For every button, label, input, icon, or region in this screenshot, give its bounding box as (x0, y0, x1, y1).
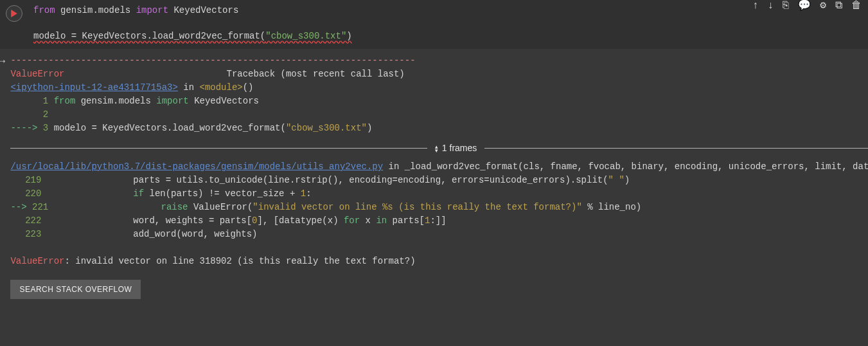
src1-mid: gensim.models (75, 96, 156, 106)
delete-icon[interactable]: 🗑 (851, 1, 862, 11)
keyword-import: import (136, 5, 168, 15)
copy-link-icon[interactable]: ⎘ (783, 1, 789, 11)
kw-from: from (54, 96, 76, 106)
code-line-2-rhs: ) (346, 31, 351, 41)
src3-str: "cbow_s300.txt" (286, 123, 367, 133)
src1-rest: KeyedVectors (189, 96, 259, 106)
kw-in: in (376, 215, 387, 226)
l221-str: "invalid vector on line %s (is this real… (252, 202, 581, 212)
func-prefix: in _load_word2vec_format (383, 161, 518, 172)
source-file-link[interactable]: /usr/local/lib/python3.7/dist-packages/g… (10, 161, 383, 172)
l220-b: len(parts) != vector_size + (144, 188, 301, 199)
error-name: ValueError (10, 69, 64, 79)
dash-separator: ----------------------------------------… (10, 55, 415, 66)
l222-e: :]] (430, 215, 446, 226)
updown-icon: ▴▾ (435, 145, 438, 152)
l222-c: x (360, 215, 376, 226)
divider-line-left (10, 148, 427, 149)
src-line-1-num: 1 (43, 95, 48, 108)
kw-for: for (344, 215, 360, 226)
final-error-msg: : invalid vector on line 318902 (is this… (64, 256, 415, 266)
code-cell: from gensim.models import KeyedVectors m… (0, 0, 868, 49)
l222-b: ], [datatype(x) (258, 215, 344, 226)
final-error-name: ValueError (10, 256, 64, 266)
move-down-icon[interactable]: ↓ (768, 1, 774, 11)
kw-if: if (133, 188, 144, 199)
cell-toolbar: ↑ ↓ ⎘ 💬 ⚙ ⧉ 🗑 (752, 0, 862, 12)
frames-label-text: 1 frames (442, 141, 477, 155)
move-up-icon[interactable]: ↑ (752, 1, 759, 11)
in-label: in (178, 82, 200, 93)
comment-icon[interactable]: 💬 (798, 1, 811, 11)
output-gutter: ⇢ (0, 54, 5, 299)
divider-line-right (484, 148, 868, 149)
l219-a: parts = utils.to_unicode(line.rstrip(), … (47, 175, 608, 185)
after-module: () (243, 82, 254, 93)
l220-a (47, 188, 133, 199)
mirror-icon[interactable]: ⧉ (835, 1, 842, 11)
l220-colon: : (306, 188, 311, 199)
arrow-221: --> (10, 202, 32, 212)
keyword-from: from (33, 5, 55, 15)
frames-divider: ▴▾1 frames (10, 141, 868, 155)
l221-b: ValueError( (188, 202, 253, 212)
l222-zero: 0 (252, 215, 257, 226)
l221-c: % line_no) (582, 202, 641, 212)
module-tag: <module> (200, 82, 243, 93)
src-line-2-num: 2 (43, 108, 48, 122)
ipython-input-link[interactable]: <ipython-input-12-ae43117715a3> (10, 82, 177, 93)
frames-toggle[interactable]: ▴▾1 frames (427, 141, 484, 155)
l219-num: 219 (10, 174, 41, 187)
run-gutter (0, 4, 28, 42)
src-line-3-num: 3 (43, 122, 48, 135)
module-name: gensim.models (55, 5, 136, 15)
l221-a (53, 202, 161, 212)
kw-import: import (156, 96, 188, 106)
output-area: ⇢ --------------------------------------… (0, 49, 868, 311)
play-icon (10, 10, 18, 17)
l219-str: " " (608, 175, 624, 185)
settings-icon[interactable]: ⚙ (820, 1, 826, 11)
l222-num: 222 (10, 214, 41, 228)
src3-b: ) (367, 123, 372, 133)
l223-code: add_word(word, weights) (47, 229, 258, 239)
l222-d: parts[ (387, 215, 425, 226)
l220-num: 220 (10, 187, 41, 201)
code-editor[interactable]: from gensim.models import KeyedVectors m… (28, 4, 868, 42)
output-body: ----------------------------------------… (5, 54, 868, 299)
run-button[interactable] (6, 5, 22, 22)
l220-one: 1 (301, 188, 306, 199)
output-collapse-icon[interactable]: ⇢ (0, 55, 5, 66)
l219-b: ) (624, 175, 630, 185)
func-args: (cls, fname, fvocab, binary, encoding, u… (518, 161, 868, 172)
src3-a: modelo = KeyedVectors.load_word2vec_form… (48, 123, 286, 133)
string-literal: "cbow_s300.txt" (265, 31, 346, 41)
arrow-current-frame: ----> (10, 123, 42, 133)
l223-num: 223 (10, 228, 41, 241)
kw-raise: raise (161, 202, 188, 212)
class-name: KeyedVectors (168, 5, 238, 15)
traceback-label: Traceback (most recent call last) (64, 69, 404, 79)
l222-a: word, weights = parts[ (47, 215, 252, 226)
search-stack-overflow-button[interactable]: SEARCH STACK OVERFLOW (10, 280, 141, 299)
code-line-2-lhs: modelo = KeyedVectors.load_word2vec_form… (33, 31, 265, 41)
l221-num: 221 (32, 201, 48, 214)
